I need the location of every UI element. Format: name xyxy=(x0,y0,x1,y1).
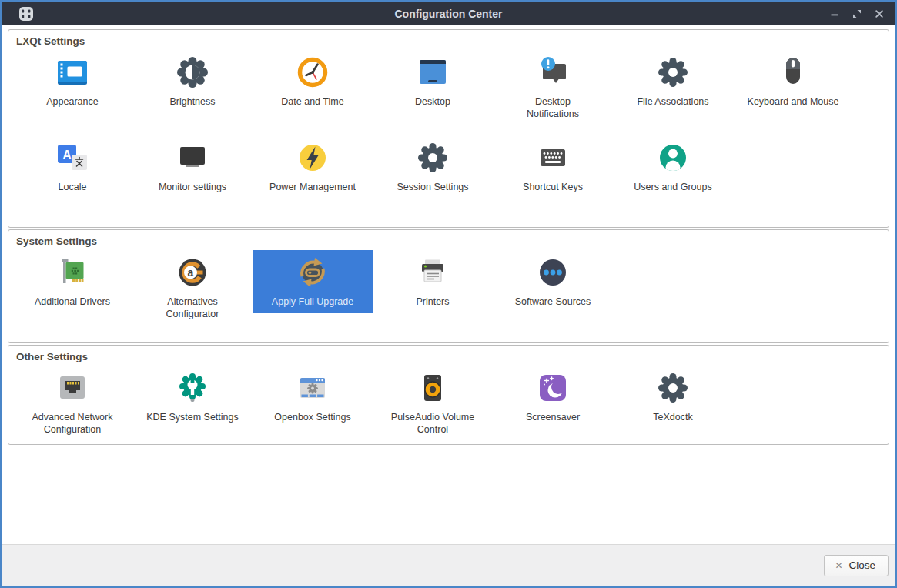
close-icon xyxy=(876,11,882,17)
appearance-icon xyxy=(54,54,91,91)
launcher-apply-full-upgrade[interactable]: Apply Full Upgrade xyxy=(253,250,373,313)
section-title: Other Settings xyxy=(16,351,885,362)
additional-drivers-icon xyxy=(54,254,91,291)
launcher-printers[interactable]: Printers xyxy=(373,250,493,313)
svg-text:a: a xyxy=(188,266,194,279)
window-title: Configuration Center xyxy=(2,8,895,20)
settings-section: Other Settings Advanced Network Configur… xyxy=(8,345,889,445)
configuration-center-window: Configuration Center LXQt Settings Appea… xyxy=(0,0,897,588)
maximize-button[interactable] xyxy=(851,8,863,20)
window-controls xyxy=(828,8,895,20)
section-title: System Settings xyxy=(16,236,885,247)
locale-icon: A xyxy=(54,139,91,176)
launcher-screensaver[interactable]: Screensaver xyxy=(493,366,613,429)
session-settings-icon xyxy=(414,139,451,176)
launcher-users-groups[interactable]: Users and Groups xyxy=(613,135,733,199)
close-button-label: Close xyxy=(848,560,875,571)
footer: ✕ Close xyxy=(2,544,895,586)
users-groups-icon xyxy=(654,139,691,176)
launcher-openbox-settings[interactable]: Openbox Settings xyxy=(253,366,373,429)
launcher-alternatives-configurator[interactable]: a Alternatives Configurator xyxy=(132,250,253,325)
titlebar[interactable]: Configuration Center xyxy=(2,2,895,25)
sections-container: LXQt Settings Appearance Brightness Date… xyxy=(2,25,895,544)
alternatives-configurator-icon: a xyxy=(174,254,211,291)
launcher-texdoctk[interactable]: TeXdoctk xyxy=(613,366,733,429)
software-sources-icon xyxy=(534,254,571,291)
launcher-keyboard-mouse[interactable]: Keyboard and Mouse xyxy=(733,50,853,113)
close-button[interactable]: ✕ Close xyxy=(824,555,889,576)
launcher-file-associations[interactable]: File Associations xyxy=(613,50,733,113)
launcher-software-sources[interactable]: Software Sources xyxy=(493,250,613,313)
shortcut-keys-icon xyxy=(534,139,571,176)
maximize-icon xyxy=(853,10,861,18)
items-grid: Appearance Brightness Date and Time Desk… xyxy=(12,50,885,199)
minimize-button[interactable] xyxy=(828,8,841,20)
settings-section: System Settings Additional Drivers a Alt… xyxy=(8,229,889,343)
pulseaudio-icon xyxy=(414,369,451,406)
power-management-icon xyxy=(294,139,331,176)
items-grid: Additional Drivers a Alternatives Config… xyxy=(12,250,885,325)
launcher-kde-settings[interactable]: KDE System Settings xyxy=(132,366,253,429)
file-associations-icon xyxy=(654,54,691,91)
brightness-icon xyxy=(174,54,211,91)
app-icon xyxy=(18,6,34,22)
printers-icon xyxy=(414,254,451,291)
section-title: LXQt Settings xyxy=(16,35,885,47)
apply-full-upgrade-icon xyxy=(294,254,331,291)
launcher-additional-drivers[interactable]: Additional Drivers xyxy=(12,250,132,313)
launcher-shortcut-keys[interactable]: Shortcut Keys xyxy=(493,135,613,199)
launcher-appearance[interactable]: Appearance xyxy=(12,50,132,113)
minimize-icon xyxy=(832,14,838,15)
launcher-monitor-settings[interactable]: Monitor settings xyxy=(132,135,253,199)
close-button-icon: ✕ xyxy=(835,561,842,570)
close-window-button[interactable] xyxy=(873,8,885,20)
monitor-settings-icon xyxy=(174,139,211,176)
settings-section: LXQt Settings Appearance Brightness Date… xyxy=(8,29,889,228)
kde-settings-icon xyxy=(174,369,211,406)
texdoctk-icon xyxy=(654,369,691,406)
launcher-locale[interactable]: A Locale xyxy=(12,135,132,199)
keyboard-mouse-icon xyxy=(775,54,812,91)
launcher-session-settings[interactable]: Session Settings xyxy=(373,135,493,199)
launcher-date-time[interactable]: Date and Time xyxy=(253,50,373,113)
items-grid: Advanced Network Configuration KDE Syste… xyxy=(12,366,885,440)
openbox-settings-icon xyxy=(294,369,331,406)
screensaver-icon xyxy=(534,369,571,406)
date-time-icon xyxy=(294,54,331,91)
desktop-notifications-icon xyxy=(534,54,571,91)
launcher-pulseaudio[interactable]: PulseAudio Volume Control xyxy=(373,366,493,440)
desktop-icon xyxy=(414,54,451,91)
svg-text:A: A xyxy=(62,149,72,162)
launcher-advanced-network[interactable]: Advanced Network Configuration xyxy=(12,366,132,440)
launcher-desktop-notifications[interactable]: Desktop Notifications xyxy=(493,50,613,125)
launcher-desktop[interactable]: Desktop xyxy=(373,50,493,113)
advanced-network-icon xyxy=(54,369,91,406)
launcher-brightness[interactable]: Brightness xyxy=(132,50,253,113)
launcher-power-management[interactable]: Power Management xyxy=(253,135,373,199)
